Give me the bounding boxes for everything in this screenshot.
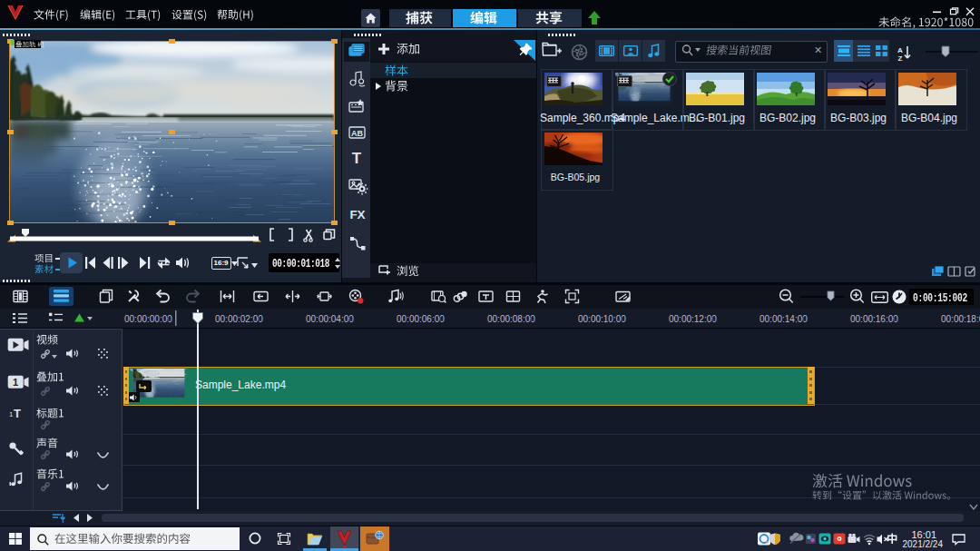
svg-text:00:00:00:00: 00:00:00:00: [124, 314, 172, 324]
svg-text:00:00:06:00: 00:00:06:00: [397, 314, 445, 324]
svg-text:00:00:18:00: 00:00:18:00: [941, 314, 980, 324]
svg-text:00:00:14:00: 00:00:14:00: [760, 314, 808, 324]
svg-text:00:00:16:00: 00:00:16:00: [850, 314, 898, 324]
svg-text:00:00:10:00: 00:00:10:00: [578, 314, 626, 324]
svg-text:00:00:12:00: 00:00:12:00: [669, 314, 717, 324]
svg-text:00:00:04:00: 00:00:04:00: [306, 314, 354, 324]
svg-text:00:00:08:00: 00:00:08:00: [487, 314, 535, 324]
svg-text:1: 1: [13, 377, 18, 388]
svg-text:00:00:02:00: 00:00:02:00: [215, 314, 263, 324]
svg-text:T: T: [61, 517, 65, 525]
